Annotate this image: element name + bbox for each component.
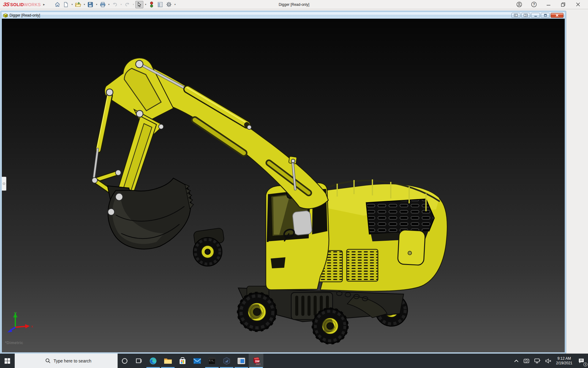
tray-time: 9:12 AM <box>557 356 571 361</box>
print-dropdown[interactable]: ▾ <box>107 3 110 6</box>
gear-icon <box>166 2 172 7</box>
help-button[interactable]: ? <box>530 1 538 9</box>
task-view-icon <box>135 358 142 364</box>
search-placeholder: Type here to search <box>54 358 92 363</box>
select-tool-button[interactable] <box>135 1 143 8</box>
redo-dropdown[interactable]: ▾ <box>132 3 135 6</box>
mail-icon <box>193 358 201 364</box>
doc-close-icon <box>555 14 559 17</box>
redo-button[interactable] <box>123 1 131 8</box>
windows-taskbar: Type here to search <box>0 354 588 368</box>
save-button[interactable] <box>86 1 94 8</box>
save-dropdown[interactable]: ▾ <box>95 3 98 6</box>
part-document-icon <box>3 13 8 18</box>
notification-badge: 1 <box>583 362 587 366</box>
print-icon <box>100 2 106 7</box>
taskbar-app-terminal[interactable]: C:\_ <box>205 354 219 368</box>
file-explorer-icon <box>164 358 172 364</box>
tray-clock[interactable]: 9:12 AM 2/19/2021 <box>554 354 575 368</box>
open-button[interactable] <box>74 1 82 8</box>
bucket <box>107 178 194 249</box>
selection-filter-button[interactable] <box>148 1 156 8</box>
doc-minimize-button[interactable] <box>531 13 540 18</box>
undo-icon <box>112 2 118 7</box>
microsoft-store-icon <box>179 357 186 365</box>
taskbar-search[interactable]: Type here to search <box>15 354 118 368</box>
mdi-workspace: Digger [Read-only] <box>0 9 588 354</box>
taskbar-app-store[interactable] <box>175 354 190 368</box>
start-button[interactable] <box>0 354 15 368</box>
home-button[interactable] <box>53 1 61 8</box>
taskbar-app-window[interactable] <box>234 354 249 368</box>
evaluate-list-icon <box>157 2 163 7</box>
search-icon <box>45 358 51 363</box>
taskbar-app-file-explorer[interactable] <box>160 354 175 368</box>
network-icon <box>534 358 541 364</box>
window-app-icon <box>237 358 245 364</box>
boom-arm <box>92 58 328 209</box>
options-button[interactable] <box>165 1 173 8</box>
close-icon <box>576 2 580 7</box>
new-document-dropdown[interactable]: ▾ <box>70 3 74 6</box>
cortana-button[interactable] <box>118 354 132 368</box>
options-dropdown[interactable]: ▾ <box>173 3 176 6</box>
action-center-button[interactable]: 1 <box>575 354 588 368</box>
chevron-up-icon <box>514 359 519 362</box>
doc-minimize-icon <box>534 14 537 17</box>
account-button[interactable] <box>515 1 523 9</box>
print-button[interactable] <box>99 1 107 8</box>
restore-button[interactable] <box>559 1 567 9</box>
new-document-button[interactable] <box>62 1 70 8</box>
doc-close-button[interactable] <box>551 13 564 18</box>
brand-text-works: WORKS <box>24 2 41 7</box>
tray-date: 2/19/2021 <box>556 361 572 366</box>
help-icon: ? <box>531 2 537 7</box>
feature-panel-tab[interactable] <box>2 177 6 191</box>
taskbar-app-mail[interactable] <box>190 354 205 368</box>
taskbar-app-edge[interactable] <box>146 354 160 368</box>
menu-expander-icon[interactable]: ▸ <box>43 2 45 6</box>
brand-text-solid: SOLID <box>10 2 24 7</box>
tray-tablet-mode-button[interactable] <box>521 354 532 368</box>
pane-left-icon <box>514 14 518 17</box>
undo-button[interactable] <box>111 1 119 8</box>
document-window-controls <box>511 13 564 18</box>
open-dropdown[interactable]: ▾ <box>83 3 86 6</box>
doc-restore-button[interactable] <box>541 13 550 18</box>
minimize-icon <box>546 2 551 7</box>
triad-x-label: x <box>31 324 33 328</box>
svg-text:?: ? <box>533 2 535 6</box>
taskbar-app-solidworks[interactable]: SW 2021 <box>249 354 263 368</box>
graphics-viewport[interactable]: Y x *Dimetric <box>2 19 565 352</box>
tray-chevron-button[interactable] <box>512 354 521 368</box>
task-view-button[interactable] <box>132 354 146 368</box>
tray-volume-button[interactable] <box>543 354 554 368</box>
pane-left-button[interactable] <box>511 13 520 18</box>
traffic-light-icon <box>150 2 153 8</box>
svg-text:C:\_: C:\_ <box>209 359 215 362</box>
panel-tab-dot-icon <box>3 182 5 185</box>
tablet-mode-icon <box>523 358 530 364</box>
solidworks-2021-icon: SW 2021 <box>252 357 260 365</box>
tray-network-button[interactable] <box>532 354 543 368</box>
volume-muted-icon <box>545 358 552 364</box>
wheel-rear-left <box>193 228 224 266</box>
select-cursor-icon <box>137 2 142 7</box>
select-tool-dropdown[interactable]: ▾ <box>144 3 147 6</box>
document-titlebar[interactable]: Digger [Read-only] <box>2 12 565 19</box>
redo-icon <box>124 2 130 7</box>
evaluate-button[interactable] <box>156 1 164 8</box>
close-button[interactable] <box>574 1 582 9</box>
account-icon <box>516 2 522 7</box>
open-folder-icon <box>75 2 81 7</box>
document-window: Digger [Read-only] <box>1 11 566 354</box>
app-titlebar: ЗS SOLID WORKS ▸ ▾ <box>0 0 588 9</box>
document-title: Digger [Read-only] <box>9 13 40 17</box>
minimize-button[interactable] <box>545 1 552 9</box>
solidworks-logo[interactable]: ЗS SOLID WORKS <box>0 2 43 8</box>
orientation-triad: Y x <box>6 311 36 333</box>
taskbar-app-hexagon[interactable] <box>219 354 234 368</box>
solidworks-application: ЗS SOLID WORKS ▸ ▾ <box>0 0 588 368</box>
undo-dropdown[interactable]: ▾ <box>119 3 123 6</box>
pane-right-button[interactable] <box>521 13 530 18</box>
